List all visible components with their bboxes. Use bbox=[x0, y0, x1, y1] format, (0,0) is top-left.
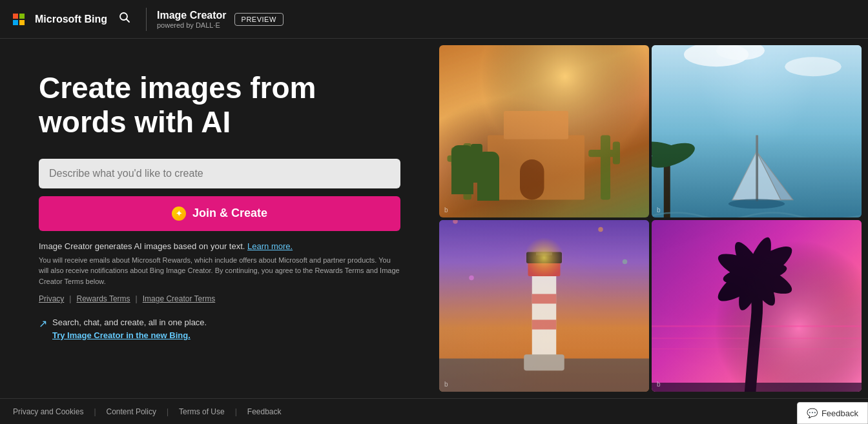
svg-point-50 bbox=[755, 279, 765, 289]
svg-point-15 bbox=[785, 57, 842, 76]
svg-rect-9 bbox=[601, 136, 610, 200]
feedback-link[interactable]: Feedback bbox=[247, 407, 282, 416]
reward-icon: ✦ bbox=[172, 207, 186, 221]
content-policy-link[interactable]: Content Policy bbox=[107, 407, 156, 416]
privacy-cookies-link[interactable]: Privacy and Cookies bbox=[13, 407, 83, 416]
svg-rect-11 bbox=[613, 142, 620, 165]
image-grid: b bbox=[439, 39, 868, 398]
left-panel: Create images from words with AI ✦ Join … bbox=[0, 39, 439, 398]
prompt-input[interactable] bbox=[49, 168, 390, 179]
svg-rect-30 bbox=[532, 270, 557, 359]
image-watermark: b bbox=[657, 381, 661, 388]
header: Microsoft Bing Image Creator powered by … bbox=[0, 0, 868, 39]
info-text: Image Creator generates AI images based … bbox=[39, 241, 400, 251]
image-sailboat[interactable]: b bbox=[652, 45, 862, 217]
svg-point-22 bbox=[728, 199, 785, 208]
product-brand: Image Creator powered by DALL·E bbox=[157, 10, 227, 29]
new-bing-link[interactable]: Try Image Creator in the new Bing. bbox=[52, 330, 191, 340]
svg-point-49 bbox=[745, 277, 755, 287]
terms-of-use-link[interactable]: Terms of Use bbox=[179, 407, 225, 416]
product-sub: powered by DALL·E bbox=[157, 21, 227, 29]
image-lighthouse[interactable]: b bbox=[439, 220, 649, 392]
main-content: Create images from words with AI ✦ Join … bbox=[0, 39, 868, 398]
svg-rect-36 bbox=[532, 319, 557, 329]
search-button[interactable] bbox=[114, 9, 136, 29]
svg-rect-10 bbox=[588, 150, 614, 157]
image-watermark: b bbox=[444, 207, 448, 214]
footer: Privacy and Cookies | Content Policy | T… bbox=[0, 398, 868, 424]
creator-terms-link[interactable]: Image Creator Terms bbox=[143, 294, 215, 303]
header-divider bbox=[146, 8, 147, 31]
feedback-icon: 💬 bbox=[807, 408, 818, 418]
join-create-label: Join & Create bbox=[192, 207, 267, 220]
privacy-link[interactable]: Privacy bbox=[39, 294, 64, 303]
svg-rect-16 bbox=[664, 159, 670, 217]
svg-rect-35 bbox=[532, 294, 557, 303]
svg-line-1 bbox=[127, 19, 130, 23]
hero-title: Create images from words with AI bbox=[39, 71, 400, 139]
svg-rect-8 bbox=[451, 147, 458, 167]
bing-text: Microsoft Bing bbox=[35, 14, 107, 25]
product-name: Image Creator bbox=[157, 10, 227, 21]
svg-point-27 bbox=[598, 227, 603, 232]
image-watermark: b bbox=[657, 207, 661, 214]
promo-text: Search, chat, and create, all in one pla… bbox=[52, 316, 207, 341]
svg-point-29 bbox=[469, 275, 474, 280]
learn-more-link[interactable]: Learn more. bbox=[247, 241, 293, 251]
svg-rect-37 bbox=[524, 354, 564, 370]
svg-rect-4 bbox=[504, 111, 568, 139]
svg-point-34 bbox=[524, 237, 564, 278]
svg-point-28 bbox=[623, 259, 628, 264]
svg-rect-7 bbox=[448, 156, 472, 162]
svg-rect-43 bbox=[652, 383, 862, 392]
rewards-terms-link[interactable]: Rewards Terms bbox=[76, 294, 130, 303]
image-palmtree[interactable]: b bbox=[652, 220, 862, 392]
svg-rect-5 bbox=[520, 159, 544, 200]
microsoft-logo bbox=[13, 14, 25, 25]
svg-rect-6 bbox=[464, 143, 472, 200]
bing-spark-icon: ↗ bbox=[39, 318, 47, 330]
image-watermark: b bbox=[444, 381, 448, 388]
terms-links: Privacy | Rewards Terms | Image Creator … bbox=[39, 294, 400, 303]
preview-badge: PREVIEW bbox=[234, 13, 284, 26]
feedback-corner-label: Feedback bbox=[822, 409, 858, 418]
header-brand-group: Microsoft Bing bbox=[13, 9, 136, 29]
svg-rect-21 bbox=[756, 136, 758, 202]
feedback-corner-button[interactable]: 💬 Feedback bbox=[797, 402, 868, 424]
join-create-button[interactable]: ✦ Join & Create bbox=[39, 196, 400, 231]
disclaimer-text: You will receive emails about Microsoft … bbox=[39, 255, 400, 287]
prompt-input-wrap[interactable] bbox=[39, 159, 400, 188]
image-desert[interactable]: b bbox=[439, 45, 649, 217]
new-bing-promo: ↗ Search, chat, and create, all in one p… bbox=[39, 316, 400, 341]
